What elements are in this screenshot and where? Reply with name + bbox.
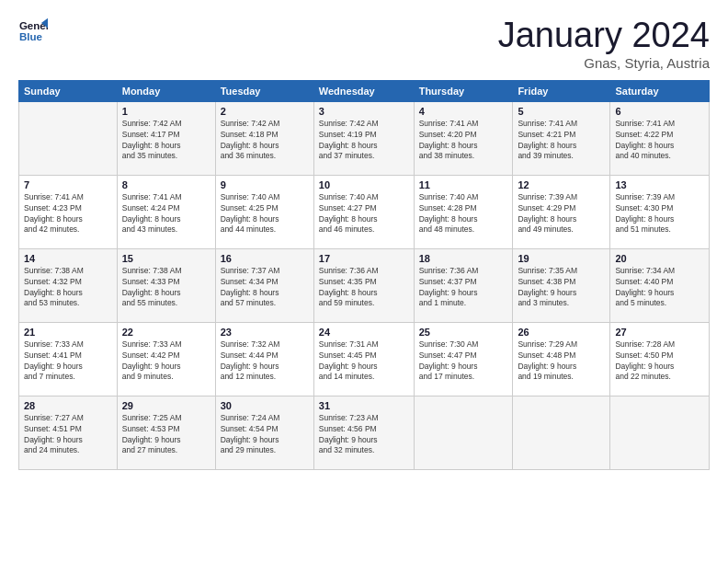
day-info: Sunrise: 7:41 AM Sunset: 4:21 PM Dayligh… (518, 119, 605, 163)
calendar-cell: 10Sunrise: 7:40 AM Sunset: 4:27 PM Dayli… (313, 175, 414, 248)
calendar-week-5: 28Sunrise: 7:27 AM Sunset: 4:51 PM Dayli… (19, 396, 710, 469)
day-info: Sunrise: 7:30 AM Sunset: 4:47 PM Dayligh… (419, 339, 508, 384)
col-monday: Monday (117, 80, 215, 101)
col-thursday: Thursday (414, 80, 513, 101)
calendar-cell (610, 396, 710, 469)
day-number: 4 (419, 106, 508, 117)
day-number: 5 (518, 106, 605, 117)
logo-icon: General Blue (18, 17, 48, 46)
day-number: 1 (122, 106, 210, 117)
day-info: Sunrise: 7:41 AM Sunset: 4:20 PM Dayligh… (419, 119, 508, 163)
calendar-cell: 24Sunrise: 7:31 AM Sunset: 4:45 PM Dayli… (313, 322, 414, 396)
calendar-cell: 8Sunrise: 7:41 AM Sunset: 4:24 PM Daylig… (117, 175, 215, 248)
day-info: Sunrise: 7:28 AM Sunset: 4:50 PM Dayligh… (615, 339, 704, 384)
calendar-cell: 16Sunrise: 7:37 AM Sunset: 4:34 PM Dayli… (215, 248, 313, 322)
day-info: Sunrise: 7:40 AM Sunset: 4:25 PM Dayligh… (221, 192, 309, 236)
calendar-cell: 23Sunrise: 7:32 AM Sunset: 4:44 PM Dayli… (215, 322, 313, 396)
day-number: 9 (221, 179, 309, 190)
day-info: Sunrise: 7:40 AM Sunset: 4:27 PM Dayligh… (319, 192, 409, 236)
day-info: Sunrise: 7:39 AM Sunset: 4:29 PM Dayligh… (518, 192, 605, 236)
col-tuesday: Tuesday (215, 80, 313, 101)
calendar-cell: 9Sunrise: 7:40 AM Sunset: 4:25 PM Daylig… (215, 175, 313, 248)
day-info: Sunrise: 7:32 AM Sunset: 4:44 PM Dayligh… (221, 339, 309, 384)
day-info: Sunrise: 7:42 AM Sunset: 4:19 PM Dayligh… (319, 119, 409, 163)
day-number: 14 (24, 253, 112, 264)
calendar-cell: 30Sunrise: 7:24 AM Sunset: 4:54 PM Dayli… (215, 396, 313, 469)
calendar-cell: 25Sunrise: 7:30 AM Sunset: 4:47 PM Dayli… (414, 322, 513, 396)
logo: General Blue (18, 17, 48, 46)
day-number: 17 (319, 253, 409, 264)
calendar-cell: 18Sunrise: 7:36 AM Sunset: 4:37 PM Dayli… (414, 248, 513, 322)
day-info: Sunrise: 7:37 AM Sunset: 4:34 PM Dayligh… (221, 266, 309, 310)
day-info: Sunrise: 7:35 AM Sunset: 4:38 PM Dayligh… (518, 266, 605, 310)
col-friday: Friday (513, 80, 610, 101)
day-number: 25 (419, 327, 508, 338)
day-number: 22 (122, 327, 210, 338)
header-row: Sunday Monday Tuesday Wednesday Thursday… (19, 80, 710, 101)
calendar-week-4: 21Sunrise: 7:33 AM Sunset: 4:41 PM Dayli… (19, 322, 710, 396)
calendar-cell: 7Sunrise: 7:41 AM Sunset: 4:23 PM Daylig… (19, 175, 118, 248)
title-block: January 2024 Gnas, Styria, Austria (498, 17, 710, 71)
day-number: 28 (24, 400, 112, 411)
header: General Blue January 2024 Gnas, Styria, … (18, 17, 710, 71)
day-number: 18 (419, 253, 508, 264)
location-subtitle: Gnas, Styria, Austria (498, 55, 710, 71)
day-info: Sunrise: 7:31 AM Sunset: 4:45 PM Dayligh… (319, 339, 409, 384)
day-info: Sunrise: 7:38 AM Sunset: 4:33 PM Dayligh… (122, 266, 210, 310)
day-info: Sunrise: 7:40 AM Sunset: 4:28 PM Dayligh… (419, 192, 508, 236)
day-info: Sunrise: 7:27 AM Sunset: 4:51 PM Dayligh… (24, 413, 112, 457)
day-number: 2 (221, 106, 309, 117)
svg-text:Blue: Blue (19, 31, 43, 42)
calendar-week-3: 14Sunrise: 7:38 AM Sunset: 4:32 PM Dayli… (19, 248, 710, 322)
day-number: 26 (518, 327, 605, 338)
calendar-cell: 14Sunrise: 7:38 AM Sunset: 4:32 PM Dayli… (19, 248, 118, 322)
day-number: 11 (419, 179, 508, 190)
calendar-cell: 5Sunrise: 7:41 AM Sunset: 4:21 PM Daylig… (513, 101, 610, 175)
month-title: January 2024 (498, 17, 710, 55)
calendar-cell: 4Sunrise: 7:41 AM Sunset: 4:20 PM Daylig… (414, 101, 513, 175)
day-info: Sunrise: 7:41 AM Sunset: 4:24 PM Dayligh… (122, 192, 210, 236)
day-info: Sunrise: 7:25 AM Sunset: 4:53 PM Dayligh… (122, 413, 210, 457)
calendar-cell: 31Sunrise: 7:23 AM Sunset: 4:56 PM Dayli… (313, 396, 414, 469)
calendar-cell: 27Sunrise: 7:28 AM Sunset: 4:50 PM Dayli… (610, 322, 710, 396)
day-info: Sunrise: 7:33 AM Sunset: 4:42 PM Dayligh… (122, 339, 210, 384)
calendar-cell: 22Sunrise: 7:33 AM Sunset: 4:42 PM Dayli… (117, 322, 215, 396)
calendar-cell: 13Sunrise: 7:39 AM Sunset: 4:30 PM Dayli… (610, 175, 710, 248)
day-number: 20 (615, 253, 704, 264)
day-number: 31 (319, 400, 409, 411)
calendar-cell: 21Sunrise: 7:33 AM Sunset: 4:41 PM Dayli… (19, 322, 118, 396)
calendar-cell (19, 101, 118, 175)
calendar-cell: 28Sunrise: 7:27 AM Sunset: 4:51 PM Dayli… (19, 396, 118, 469)
day-number: 6 (615, 106, 704, 117)
calendar-table: Sunday Monday Tuesday Wednesday Thursday… (18, 80, 710, 470)
calendar-cell: 26Sunrise: 7:29 AM Sunset: 4:48 PM Dayli… (513, 322, 610, 396)
day-number: 7 (24, 179, 112, 190)
day-number: 19 (518, 253, 605, 264)
day-number: 23 (221, 327, 309, 338)
page: General Blue January 2024 Gnas, Styria, … (0, 0, 728, 479)
calendar-cell: 2Sunrise: 7:42 AM Sunset: 4:18 PM Daylig… (215, 101, 313, 175)
day-info: Sunrise: 7:38 AM Sunset: 4:32 PM Dayligh… (24, 266, 112, 310)
col-sunday: Sunday (19, 80, 118, 101)
day-info: Sunrise: 7:24 AM Sunset: 4:54 PM Dayligh… (221, 413, 309, 457)
day-info: Sunrise: 7:36 AM Sunset: 4:37 PM Dayligh… (419, 266, 508, 310)
day-number: 15 (122, 253, 210, 264)
day-info: Sunrise: 7:42 AM Sunset: 4:17 PM Dayligh… (122, 119, 210, 163)
calendar-cell: 29Sunrise: 7:25 AM Sunset: 4:53 PM Dayli… (117, 396, 215, 469)
calendar-cell: 1Sunrise: 7:42 AM Sunset: 4:17 PM Daylig… (117, 101, 215, 175)
day-info: Sunrise: 7:34 AM Sunset: 4:40 PM Dayligh… (615, 266, 704, 310)
calendar-cell (414, 396, 513, 469)
day-number: 13 (615, 179, 704, 190)
day-number: 24 (319, 327, 409, 338)
day-number: 10 (319, 179, 409, 190)
day-number: 30 (221, 400, 309, 411)
calendar-cell (513, 396, 610, 469)
day-info: Sunrise: 7:33 AM Sunset: 4:41 PM Dayligh… (24, 339, 112, 384)
day-number: 21 (24, 327, 112, 338)
day-number: 29 (122, 400, 210, 411)
day-info: Sunrise: 7:41 AM Sunset: 4:23 PM Dayligh… (24, 192, 112, 236)
calendar-cell: 11Sunrise: 7:40 AM Sunset: 4:28 PM Dayli… (414, 175, 513, 248)
calendar-cell: 3Sunrise: 7:42 AM Sunset: 4:19 PM Daylig… (313, 101, 414, 175)
day-number: 16 (221, 253, 309, 264)
calendar-cell: 17Sunrise: 7:36 AM Sunset: 4:35 PM Dayli… (313, 248, 414, 322)
